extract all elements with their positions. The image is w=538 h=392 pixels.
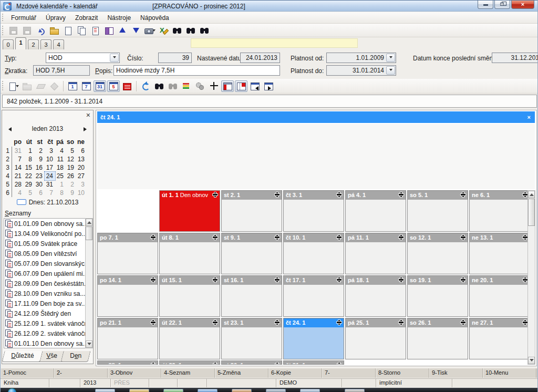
mini-calendar-today[interactable]: Dnes: 21.10.2013 [2, 199, 93, 206]
day-cell[interactable]: ne 27. 1 [469, 318, 530, 359]
day-cell-header[interactable]: po 7. 1 [98, 233, 158, 242]
day-cell-header[interactable]: so 26. 1 [408, 318, 468, 327]
day-cell[interactable]: čt 3. 1 [283, 190, 344, 232]
record-tab-1[interactable]: 1 [15, 37, 26, 49]
legend-bars-button[interactable] [180, 80, 193, 92]
nastavene-datum-field[interactable]: 24.01.2013 [240, 53, 280, 63]
day-cell[interactable]: út 22. 1 [159, 318, 220, 359]
prev-month-icon[interactable] [6, 127, 12, 131]
record-tab-2[interactable]: 2 [28, 39, 39, 49]
day-cell[interactable]: po 14. 1 [97, 275, 158, 317]
taskbar-app-button[interactable] [345, 389, 365, 392]
day-cell[interactable]: pá 4. 1 [345, 190, 406, 232]
add-item-icon[interactable] [151, 277, 156, 282]
add-item-icon[interactable] [461, 320, 465, 325]
mini-calendar-day[interactable]: 19 [66, 163, 76, 172]
add-item-icon[interactable] [337, 320, 342, 325]
day-detail-area[interactable] [97, 124, 535, 189]
add-item-icon[interactable] [275, 235, 280, 240]
selected-day-bar[interactable]: čt 24. 1 × [97, 111, 535, 123]
function-key-3[interactable]: 3-Obnov [108, 368, 161, 378]
function-key-7[interactable]: 7- [322, 368, 376, 378]
day-cell[interactable]: pá 18. 1 [345, 275, 406, 317]
typ-dropdown-button[interactable] [110, 54, 119, 62]
mini-calendar-day[interactable]: 9 [66, 189, 76, 197]
open-folder-button[interactable] [48, 25, 60, 36]
view-day-button[interactable] [66, 80, 79, 92]
move-cross-button[interactable] [208, 80, 220, 92]
mini-calendar-day[interactable]: 3 [45, 147, 55, 155]
day-cell-header[interactable]: ne 20. 1 [470, 276, 530, 285]
view-month-button[interactable] [94, 80, 106, 92]
day-cell[interactable]: út 8. 1 [159, 233, 220, 274]
book-button[interactable] [102, 25, 115, 36]
scroll-up-icon[interactable] [86, 219, 92, 226]
day-cell-header[interactable]: po 28. 1 [98, 361, 158, 365]
day-cell[interactable]: st 23. 1 [221, 318, 282, 359]
scroll-down-icon[interactable] [86, 341, 92, 348]
mini-calendar-day[interactable]: 11 [55, 155, 66, 163]
mini-calendar-day[interactable]: 8 [55, 189, 66, 197]
move-up-button[interactable] [116, 25, 129, 36]
day-cell-header[interactable]: út 15. 1 [160, 276, 220, 285]
add-item-icon[interactable] [523, 320, 527, 325]
add-item-icon[interactable] [213, 192, 218, 197]
day-cell-header[interactable]: st 16. 1 [222, 276, 282, 285]
excel-export-button[interactable] [157, 25, 170, 36]
day-cell-header[interactable]: čt 24. 1 [284, 318, 344, 327]
taskbar-app-button[interactable] [163, 389, 183, 392]
add-item-icon[interactable] [461, 192, 465, 197]
settings-gears-button[interactable] [194, 80, 206, 92]
day-cell[interactable]: út 15. 1 [159, 275, 220, 317]
list-item[interactable]: 08.05.09 Den vítězství [4, 249, 92, 259]
day-cell-header[interactable]: po 21. 1 [98, 318, 158, 327]
view-workweek-button[interactable] [107, 80, 120, 92]
typ-combobox[interactable]: HOD [46, 53, 120, 63]
mini-calendar-day[interactable]: 31 [45, 180, 55, 189]
add-item-icon[interactable] [399, 235, 404, 240]
platnost-od-dropdown-button[interactable] [386, 54, 395, 62]
day-cell[interactable]: čt 10. 1 [283, 233, 344, 274]
day-cell[interactable]: so 12. 1 [407, 233, 468, 274]
list-item[interactable]: 01.01.09 Den obnovy sa... [4, 219, 92, 229]
mini-calendar-day[interactable]: 18 [55, 163, 66, 172]
mini-calendar-day[interactable]: 22 [24, 172, 34, 180]
next-period-button[interactable] [262, 80, 275, 92]
mini-calendar-day[interactable]: 1 [24, 147, 34, 155]
day-cell[interactable]: st 30. 1 [221, 360, 282, 365]
mini-calendar-day[interactable]: 28 [13, 180, 24, 189]
mini-calendar-day[interactable]: 15 [24, 163, 34, 172]
list-item[interactable]: 06.07.09 Den upálení mi... [4, 269, 92, 278]
refresh-button[interactable] [139, 80, 152, 92]
mini-calendar-day[interactable]: 5 [24, 189, 34, 197]
list-item[interactable]: 13.04.09 Velikonoční po... [4, 229, 92, 239]
mini-calendar-day[interactable]: 10 [76, 189, 87, 197]
mini-calendar-day[interactable]: 7 [13, 155, 24, 163]
day-cell[interactable]: ne 13. 1 [469, 233, 530, 274]
day-cell-header[interactable]: ne 27. 1 [470, 318, 530, 327]
inline-edit-field[interactable] [191, 38, 358, 48]
day-cell-header[interactable]: st 23. 1 [222, 318, 282, 327]
add-item-icon[interactable] [275, 363, 280, 365]
list-item[interactable]: 28.10.09 Den vzniku sa... [4, 288, 92, 298]
add-item-icon[interactable] [213, 320, 218, 325]
mini-calendar-day[interactable]: 4 [13, 189, 24, 197]
day-cell[interactable]: st 16. 1 [221, 275, 282, 317]
add-item-icon[interactable] [399, 192, 404, 197]
day-cell[interactable]: so 26. 1 [407, 318, 468, 359]
mini-calendar-day[interactable]: 31 [13, 147, 24, 155]
list-item[interactable]: 24.12.09 Štědrý den [4, 308, 92, 318]
day-cell-header[interactable]: út 29. 1 [160, 361, 220, 365]
add-item-icon[interactable] [399, 277, 404, 282]
day-cell[interactable]: čt 24. 1 [283, 318, 344, 359]
day-cell-header[interactable]: st 2. 1 [222, 191, 282, 200]
menu-item-3[interactable]: Nástroje [102, 13, 136, 23]
next-month-icon[interactable] [84, 127, 89, 131]
taskbar-app-button[interactable] [95, 389, 115, 392]
new-item-button[interactable] [7, 80, 19, 92]
scrollbar-thumb[interactable] [86, 226, 92, 240]
taskbar-app-button[interactable] [198, 389, 218, 392]
day-cell-header[interactable]: út 1. 1Den obnov [160, 191, 220, 200]
taskbar-app-button[interactable] [300, 389, 320, 392]
function-key-1[interactable]: 1-Pomoc [1, 368, 54, 378]
